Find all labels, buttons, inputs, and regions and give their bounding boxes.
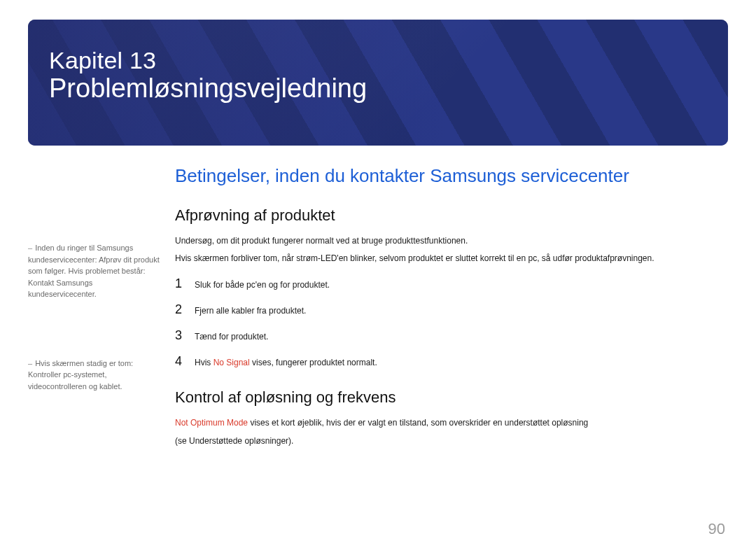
dash-icon: – bbox=[28, 359, 32, 367]
step-item: 1 Sluk for både pc'en og for produktet. bbox=[175, 271, 728, 297]
step-text-post: vises, fungerer produktet normalt. bbox=[250, 358, 377, 367]
step-text-pre: Hvis bbox=[195, 358, 214, 367]
paragraph: Undersøg, om dit produkt fungerer normal… bbox=[175, 234, 728, 248]
dash-icon: – bbox=[28, 244, 32, 252]
step-item: 3 Tænd for produktet. bbox=[175, 323, 728, 349]
sidebar-note-1: –Inden du ringer til Samsungs kundeservi… bbox=[28, 242, 162, 300]
paragraph: Not Optimum Mode vises et kort øjeblik, … bbox=[175, 416, 728, 430]
sidebar-note-2-text: Hvis skærmen stadig er tom: Kontroller p… bbox=[28, 359, 133, 391]
step-text: Tænd for produktet. bbox=[195, 332, 268, 342]
chapter-label: Kapitel 13 bbox=[49, 48, 367, 73]
banner-text: Kapitel 13 Problemløsningsvejledning bbox=[49, 48, 367, 104]
step-number: 3 bbox=[175, 328, 185, 343]
chapter-title: Problemløsningsvejledning bbox=[49, 73, 367, 104]
paragraph-tail: vises et kort øjeblik, hvis der er valgt… bbox=[248, 418, 588, 428]
step-text: Fjern alle kabler fra produktet. bbox=[195, 306, 306, 316]
warning-term: No Signal bbox=[214, 358, 250, 367]
sidebar-note-1-text: Inden du ringer til Samsungs kundeservic… bbox=[28, 244, 160, 298]
manual-page: Kapitel 13 Problemløsningsvejledning –In… bbox=[0, 20, 756, 534]
step-number: 1 bbox=[175, 276, 185, 291]
subsection-heading-2: Kontrol af opløsning og frekvens bbox=[175, 388, 728, 407]
step-item: 4 Hvis No Signal vises, fungerer produkt… bbox=[175, 349, 728, 374]
content-area: –Inden du ringer til Samsungs kundeservi… bbox=[28, 165, 728, 452]
sidebar-note-2: –Hvis skærmen stadig er tom: Kontroller … bbox=[28, 358, 162, 393]
paragraph: Hvis skærmen forbliver tom, når strøm-LE… bbox=[175, 252, 728, 265]
section-heading: Betingelser, inden du kontakter Samsungs… bbox=[175, 165, 728, 187]
main-column: Betingelser, inden du kontakter Samsungs… bbox=[175, 165, 728, 452]
page-number: 90 bbox=[708, 520, 725, 534]
step-number: 4 bbox=[175, 354, 185, 369]
sidebar-notes: –Inden du ringer til Samsungs kundeservi… bbox=[28, 165, 175, 452]
paragraph: (se Understøttede opløsninger). bbox=[175, 435, 728, 448]
step-list: 1 Sluk for både pc'en og for produktet. … bbox=[175, 271, 728, 374]
chapter-banner: Kapitel 13 Problemløsningsvejledning bbox=[28, 20, 728, 146]
step-number: 2 bbox=[175, 302, 185, 317]
subsection-heading-1: Afprøvning af produktet bbox=[175, 206, 728, 225]
warning-term: Not Optimum Mode bbox=[175, 418, 248, 428]
step-text: Sluk for både pc'en og for produktet. bbox=[195, 280, 330, 290]
step-item: 2 Fjern alle kabler fra produktet. bbox=[175, 297, 728, 323]
step-text: Hvis No Signal vises, fungerer produktet… bbox=[195, 358, 377, 367]
